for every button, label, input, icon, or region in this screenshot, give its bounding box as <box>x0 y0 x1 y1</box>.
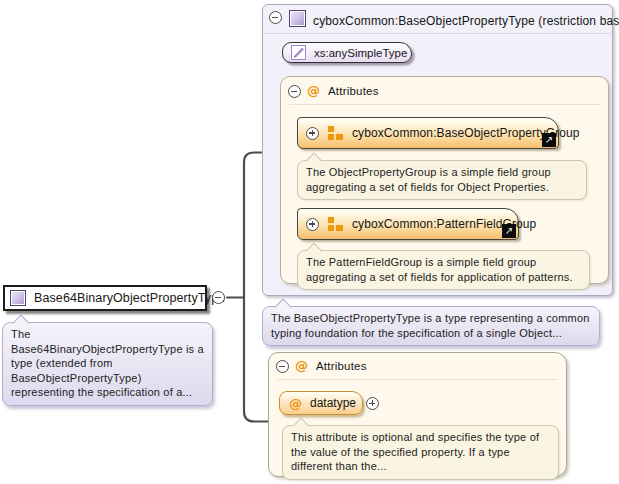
attribute-group-baseobjectpropertygroup[interactable]: cyboxCommon:BaseObjectPropertyGroup ↗ <box>297 117 559 149</box>
root-collapse-toggle[interactable] <box>212 291 225 304</box>
group-expand-toggle[interactable] <box>306 218 319 231</box>
base-type-annotation: The BaseObjectPropertyType is a type rep… <box>262 306 600 346</box>
panel-collapse-toggle[interactable] <box>269 11 282 24</box>
group-expand-toggle[interactable] <box>306 127 319 140</box>
attribute-group-icon <box>327 216 343 232</box>
attributes-header: Attributes <box>328 85 379 97</box>
group-annotation-text: The ObjectPropertyGroup is a simple fiel… <box>306 166 551 193</box>
simple-type-icon <box>291 45 306 60</box>
attributes-collapse-toggle[interactable] <box>288 85 301 98</box>
group-annotation: The PatternFieldGroup is a simple field … <box>297 250 590 290</box>
root-annotation: The Base64BinaryObjectPropertyType is a … <box>2 322 213 406</box>
attribute-at-icon: @ <box>307 83 320 98</box>
divider <box>264 33 611 34</box>
navigate-to-definition-icon[interactable]: ↗ <box>542 133 556 147</box>
attribute-expand-toggle[interactable] <box>366 397 379 410</box>
attribute-at-icon: @ <box>289 396 302 411</box>
base-panel-title: cyboxCommon:BaseObjectPropertyType (rest… <box>313 14 619 28</box>
attribute-group-patternfieldgroup[interactable]: cyboxCommon:PatternFieldGroup ↗ <box>297 208 519 240</box>
attribute-annotation-text: This attribute is optional and specifies… <box>291 431 539 472</box>
attributes-collapse-toggle[interactable] <box>276 360 289 373</box>
complex-type-icon <box>10 290 26 306</box>
attributes-header: Attributes <box>316 360 367 372</box>
own-attributes-panel: @ Attributes @ datatype This attribute i… <box>268 352 567 477</box>
base-attributes-box: @ Attributes cyboxCommon:BaseObjectPrope… <box>280 76 609 284</box>
group-annotation: The ObjectPropertyGroup is a simple fiel… <box>297 160 587 200</box>
base-simple-type-label: xs:anySimpleType <box>314 47 407 59</box>
root-type-box[interactable]: Base64BinaryObjectPropertyType <box>3 285 207 311</box>
base-simple-type[interactable]: xs:anySimpleType <box>282 42 412 63</box>
divider <box>277 379 558 380</box>
attribute-group-icon <box>327 125 343 141</box>
root-type-label: Base64BinaryObjectPropertyType <box>34 291 225 305</box>
attribute-datatype[interactable]: @ datatype <box>279 391 363 415</box>
group-annotation-text: The PatternFieldGroup is a simple field … <box>306 256 573 283</box>
base-type-annotation-text: The BaseObjectPropertyType is a type rep… <box>271 312 590 339</box>
navigate-to-definition-icon[interactable]: ↗ <box>502 224 516 238</box>
attribute-name: datatype <box>310 396 356 410</box>
complex-type-icon <box>289 10 306 27</box>
base-type-panel: cyboxCommon:BaseObjectPropertyType (rest… <box>262 4 613 296</box>
attribute-annotation: This attribute is optional and specifies… <box>282 425 559 480</box>
divider <box>289 104 600 105</box>
attribute-at-icon: @ <box>295 358 308 373</box>
root-annotation-text: The Base64BinaryObjectPropertyType is a … <box>11 328 204 398</box>
